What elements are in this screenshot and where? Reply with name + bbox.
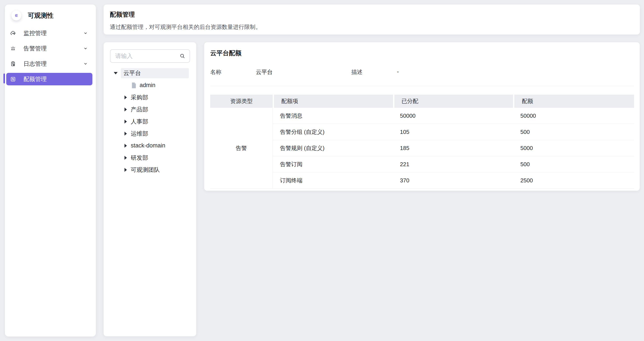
tree-node-observability-team[interactable]: 可观测团队 xyxy=(104,165,196,175)
sidebar-item-logs[interactable]: 日志管理 xyxy=(6,58,92,70)
quota-sliders-icon xyxy=(10,76,16,82)
quota-table-header: 资源类型 配额项 已分配 配额 xyxy=(210,95,634,108)
tree-node-label[interactable]: 运维部 xyxy=(131,130,148,138)
quota-item-cell: 告警消息 xyxy=(273,112,393,120)
table-row: 告警规则 (自定义) 185 5000 xyxy=(273,140,634,156)
detail-title: 云平台配额 xyxy=(210,49,634,58)
tree-node-label[interactable]: 研发部 xyxy=(131,154,148,162)
quota-cell: 500 xyxy=(513,129,634,135)
sidebar-item-label: 日志管理 xyxy=(24,60,83,68)
tree-node-label[interactable]: stack-domain xyxy=(131,142,166,149)
tree-node-hr[interactable]: 人事部 xyxy=(104,116,196,127)
page-header: 配额管理 通过配额管理，对可观测平台相关的后台资源数量进行限制。 xyxy=(104,5,640,35)
quota-detail-panel: 云平台配额 名称 云平台 描述 - 资源类型 配额项 已分配 配额 告警 告警消… xyxy=(204,42,640,191)
caret-down-icon[interactable] xyxy=(113,72,118,74)
sidebar-menu: 监控管理 告警管理 xyxy=(5,27,96,85)
caret-right-icon[interactable] xyxy=(123,120,128,124)
chevron-down-icon xyxy=(83,31,88,36)
quota-table-rows: 告警消息 50000 50000 告警分组 (自定义) 105 500 告警规则… xyxy=(273,108,634,188)
caret-right-icon[interactable] xyxy=(123,168,128,172)
log-clipboard-icon xyxy=(10,61,16,67)
caret-right-icon[interactable] xyxy=(123,96,128,99)
sidebar: 可观测性 监控管理 xyxy=(5,5,96,336)
org-tree-panel: 云平台 admin 采购部 产品部 人事部 运维部 xyxy=(104,42,196,336)
quota-item-cell: 告警分组 (自定义) xyxy=(273,128,393,136)
resource-type-cell: 告警 xyxy=(210,108,273,188)
active-item-indicator xyxy=(4,74,5,83)
tree-node-admin[interactable]: admin xyxy=(104,80,196,90)
table-row: 告警分组 (自定义) 105 500 xyxy=(273,124,634,140)
quota-cell: 500 xyxy=(513,161,634,168)
alarm-siren-icon xyxy=(10,46,16,52)
allocated-cell: 105 xyxy=(393,129,513,135)
tree-search-input[interactable] xyxy=(115,53,179,60)
collapse-menu-button[interactable] xyxy=(12,11,21,21)
sidebar-item-monitoring[interactable]: 监控管理 xyxy=(6,27,92,40)
tree-node-label[interactable]: 产品部 xyxy=(131,106,148,113)
column-header-resource-type: 资源类型 xyxy=(210,95,273,108)
column-header-quota: 配额 xyxy=(513,95,634,108)
tree-node-rnd[interactable]: 研发部 xyxy=(104,153,196,163)
tree-node-label[interactable]: 可观测团队 xyxy=(131,166,160,174)
allocated-cell: 221 xyxy=(393,161,513,168)
allocated-cell: 370 xyxy=(393,177,513,184)
table-row: 告警消息 50000 50000 xyxy=(273,108,634,124)
tree-node-procurement[interactable]: 采购部 xyxy=(104,92,196,102)
quota-cell: 2500 xyxy=(513,177,634,184)
tree-node-product[interactable]: 产品部 xyxy=(104,104,196,114)
info-description: 描述 - xyxy=(351,68,399,76)
tree-node-stack-domain[interactable]: stack-domain xyxy=(104,141,196,151)
page-description: 通过配额管理，对可观测平台相关的后台资源数量进行限制。 xyxy=(110,23,640,31)
tree-search-box xyxy=(110,49,190,63)
tree-node-label[interactable]: 人事部 xyxy=(131,118,148,125)
sidebar-item-label: 配额管理 xyxy=(24,75,88,83)
name-label: 名称 xyxy=(210,68,256,76)
table-row: 告警订阅 221 500 xyxy=(273,156,634,172)
quota-table-body: 告警 告警消息 50000 50000 告警分组 (自定义) 105 500 告… xyxy=(210,108,634,189)
allocated-cell: 185 xyxy=(393,145,513,152)
description-label: 描述 xyxy=(351,68,397,76)
collapse-menu-icon xyxy=(14,13,19,18)
app-title: 可观测性 xyxy=(28,11,54,20)
sidebar-item-label: 告警管理 xyxy=(24,45,83,52)
table-row: 订阅终端 370 2500 xyxy=(273,172,634,188)
tree-node-label[interactable]: 采购部 xyxy=(131,94,148,101)
page-title: 配额管理 xyxy=(110,10,640,19)
name-value: 云平台 xyxy=(256,68,273,76)
tree-node-cloud-platform[interactable]: 云平台 xyxy=(104,68,196,78)
allocated-cell: 50000 xyxy=(393,113,513,119)
quota-table: 资源类型 配额项 已分配 配额 告警 告警消息 50000 50000 告警分组… xyxy=(210,95,634,189)
org-tree: 云平台 admin 采购部 产品部 人事部 运维部 xyxy=(104,68,196,175)
tree-node-ops[interactable]: 运维部 xyxy=(104,128,196,139)
file-icon xyxy=(131,82,137,89)
quota-cell: 50000 xyxy=(513,113,634,119)
quota-item-cell: 告警规则 (自定义) xyxy=(273,144,393,152)
quota-item-cell: 订阅终端 xyxy=(273,177,393,184)
sidebar-item-alerts[interactable]: 告警管理 xyxy=(6,42,92,55)
caret-right-icon[interactable] xyxy=(123,108,128,111)
quota-item-cell: 告警订阅 xyxy=(273,161,393,168)
sidebar-item-quota[interactable]: 配额管理 xyxy=(6,73,92,85)
divider xyxy=(210,86,634,86)
sidebar-item-label: 监控管理 xyxy=(24,29,83,37)
caret-right-icon[interactable] xyxy=(123,132,128,136)
search-icon[interactable] xyxy=(179,53,186,59)
column-header-quota-item: 配额项 xyxy=(273,95,393,108)
description-value: - xyxy=(397,68,399,76)
caret-right-icon[interactable] xyxy=(123,156,128,160)
column-header-allocated: 已分配 xyxy=(393,95,513,108)
caret-right-icon[interactable] xyxy=(123,144,128,148)
cloud-monitor-icon xyxy=(10,30,16,37)
chevron-down-icon xyxy=(83,61,88,66)
detail-info-row: 名称 云平台 描述 - xyxy=(210,68,634,76)
tree-node-label[interactable]: admin xyxy=(140,82,156,89)
sidebar-header: 可观测性 xyxy=(5,5,96,21)
info-name: 名称 云平台 xyxy=(210,68,351,76)
chevron-down-icon xyxy=(83,46,88,51)
tree-node-label[interactable]: 云平台 xyxy=(121,68,189,78)
quota-cell: 5000 xyxy=(513,145,634,152)
